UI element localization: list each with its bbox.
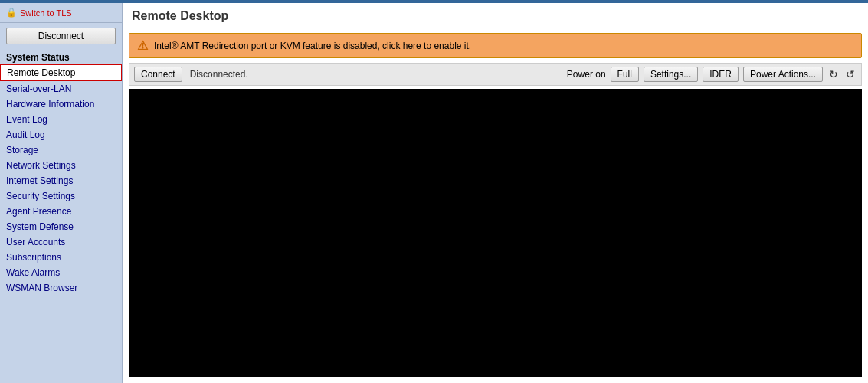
sidebar-item-security-settings[interactable]: Security Settings (0, 188, 122, 204)
ider-button[interactable]: IDER (703, 67, 739, 82)
power-on-label: Power on (567, 69, 606, 80)
remote-desktop-display (129, 89, 862, 377)
page-title: Remote Desktop (123, 3, 868, 28)
sidebar-item-internet-settings[interactable]: Internet Settings (0, 173, 122, 188)
connection-status: Disconnected. (190, 69, 248, 80)
warning-banner[interactable]: ⚠ Intel® AMT Redirection port or KVM fea… (129, 33, 862, 58)
sidebar-item-user-accounts[interactable]: User Accounts (0, 234, 122, 250)
content-area: Remote Desktop ⚠ Intel® AMT Redirection … (123, 3, 868, 383)
switch-tls-link[interactable]: 🔓 Switch to TLS (6, 8, 116, 18)
switch-tls-container: 🔓 Switch to TLS (0, 3, 122, 23)
sidebar-item-system-defense[interactable]: System Defense (0, 219, 122, 234)
sidebar-item-subscriptions[interactable]: Subscriptions (0, 250, 122, 265)
refresh-button[interactable]: ↻ (827, 68, 840, 80)
sidebar-item-serial-over-lan[interactable]: Serial-over-LAN (0, 81, 122, 97)
disconnect-button[interactable]: Disconnect (6, 28, 116, 44)
sidebar-item-audit-log[interactable]: Audit Log (0, 127, 122, 142)
connect-button[interactable]: Connect (134, 67, 182, 82)
sidebar-item-storage[interactable]: Storage (0, 142, 122, 158)
toolbar-right: Power on Full Settings... IDER Power Act… (567, 67, 857, 82)
sidebar-item-event-log[interactable]: Event Log (0, 112, 122, 127)
main-layout: 🔓 Switch to TLS Disconnect System Status… (0, 3, 868, 383)
full-button[interactable]: Full (611, 67, 639, 82)
sidebar-item-wake-alarms[interactable]: Wake Alarms (0, 265, 122, 280)
sidebar-item-hardware-information[interactable]: Hardware Information (0, 97, 122, 112)
warning-text: Intel® AMT Redirection port or KVM featu… (154, 41, 471, 51)
switch-tls-label: Switch to TLS (20, 8, 72, 18)
tls-icon: 🔓 (6, 8, 17, 18)
settings-button[interactable]: Settings... (644, 67, 698, 82)
sidebar-item-wsman-browser[interactable]: WSMAN Browser (0, 280, 122, 296)
stop-button[interactable]: ↺ (844, 68, 857, 80)
power-actions-button[interactable]: Power Actions... (743, 67, 823, 82)
sidebar: 🔓 Switch to TLS Disconnect System Status… (0, 3, 123, 383)
sidebar-item-network-settings[interactable]: Network Settings (0, 158, 122, 173)
sidebar-item-agent-presence[interactable]: Agent Presence (0, 204, 122, 219)
sidebar-item-system-status[interactable]: System Status (0, 49, 122, 64)
sidebar-item-remote-desktop[interactable]: Remote Desktop (0, 64, 122, 81)
toolbar: Connect Disconnected. Power on Full Sett… (129, 63, 862, 86)
warning-icon: ⚠ (137, 38, 148, 53)
